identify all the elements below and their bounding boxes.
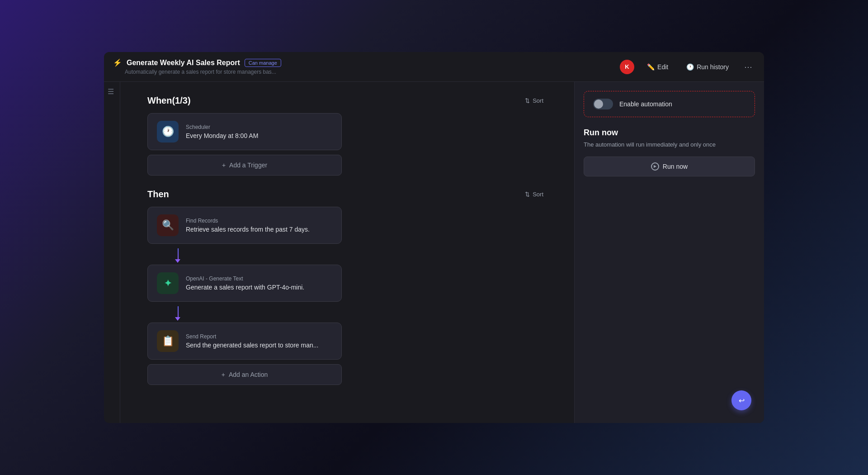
add-action-button[interactable]: + Add an Action	[147, 364, 342, 385]
edit-icon: ✏️	[647, 63, 655, 71]
when-sort-button[interactable]: ⇅ Sort	[521, 95, 547, 106]
connector-line-2	[178, 306, 179, 317]
find-records-content: Find Records Retrieve sales records from…	[186, 218, 332, 233]
find-records-label: Find Records	[186, 218, 332, 224]
send-report-content: Send Report Send the generated sales rep…	[186, 333, 332, 349]
header-right: K ✏️ Edit 🕐 Run history ⋯	[620, 59, 755, 75]
history-icon: 🕐	[686, 63, 694, 71]
scheduler-label: Scheduler	[186, 124, 332, 130]
send-report-description: Send the generated sales report to store…	[186, 342, 332, 349]
more-options-button[interactable]: ⋯	[741, 59, 755, 75]
edit-button[interactable]: ✏️ Edit	[642, 61, 674, 73]
openai-label: OpenAI - Generate Text	[186, 276, 332, 282]
find-records-icon-symbol: 🔍	[162, 219, 174, 231]
then-section-header: Then ⇅ Sort	[147, 189, 547, 200]
then-sort-label: Sort	[533, 191, 543, 198]
app-window: ⚡ Generate Weekly AI Sales Report Can ma…	[104, 52, 764, 423]
right-panel: Enable automation Run now The automation…	[574, 82, 764, 423]
toggle-knob	[594, 100, 603, 109]
floating-arrow-icon: ↩	[739, 396, 745, 405]
add-trigger-button[interactable]: + Add a Trigger	[147, 155, 342, 176]
enable-automation-toggle[interactable]	[593, 99, 613, 109]
app-subtitle: Automatically generate a sales report fo…	[125, 69, 281, 75]
send-report-card[interactable]: 📋 Send Report Send the generated sales r…	[147, 323, 342, 360]
openai-description: Generate a sales report with GPT-4o-mini…	[186, 284, 332, 291]
scheduler-icon: 🕐	[157, 121, 179, 142]
scheduler-description: Every Monday at 8:00 AM	[186, 132, 332, 139]
canvas-area: When(1/3) ⇅ Sort 🕐 Scheduler Every Monda…	[120, 82, 574, 423]
sort-icon: ⇅	[525, 97, 530, 104]
connector-line-1	[178, 248, 179, 259]
sidebar-toggle: ☰	[104, 82, 120, 423]
run-now-description: The automation will run immediately and …	[584, 140, 755, 149]
add-action-plus-icon: +	[222, 371, 225, 378]
scheduler-card-content: Scheduler Every Monday at 8:00 AM	[186, 124, 332, 139]
main-layout: ☰ When(1/3) ⇅ Sort 🕐	[104, 82, 764, 423]
run-now-section: Run now The automation will run immediat…	[584, 128, 755, 176]
when-section: When(1/3) ⇅ Sort 🕐 Scheduler Every Monda…	[147, 95, 547, 176]
add-trigger-label: Add a Trigger	[229, 162, 267, 169]
send-report-label: Send Report	[186, 333, 332, 340]
find-records-icon: 🔍	[157, 214, 179, 236]
sidebar-menu-icon[interactable]: ☰	[108, 87, 116, 96]
openai-icon-symbol: ✦	[164, 278, 172, 289]
enable-automation-card[interactable]: Enable automation	[584, 91, 755, 117]
run-now-title: Run now	[584, 128, 755, 138]
connector-arrow-1	[175, 259, 180, 263]
bolt-icon: ⚡	[113, 58, 122, 67]
then-section-title: Then	[147, 189, 169, 200]
then-sort-button[interactable]: ⇅ Sort	[521, 189, 547, 200]
header: ⚡ Generate Weekly AI Sales Report Can ma…	[104, 52, 764, 82]
send-report-icon: 📋	[157, 330, 179, 352]
avatar[interactable]: K	[620, 60, 634, 74]
floating-action-button[interactable]: ↩	[731, 390, 751, 410]
run-history-label: Run history	[697, 63, 729, 71]
when-section-title: When(1/3)	[147, 95, 191, 106]
run-history-button[interactable]: 🕐 Run history	[681, 61, 734, 73]
more-icon: ⋯	[744, 62, 752, 71]
run-now-button[interactable]: ▶ Run now	[584, 157, 755, 176]
connector-arrow-2	[175, 317, 180, 321]
then-section: Then ⇅ Sort 🔍 Find Records Retrieve sale…	[147, 189, 547, 385]
find-records-card[interactable]: 🔍 Find Records Retrieve sales records fr…	[147, 207, 342, 244]
openai-icon: ✦	[157, 272, 179, 294]
can-manage-badge: Can manage	[245, 59, 281, 67]
app-title: Generate Weekly AI Sales Report	[127, 59, 240, 67]
edit-label: Edit	[657, 63, 668, 71]
add-action-label: Add an Action	[229, 371, 268, 378]
openai-card[interactable]: ✦ OpenAI - Generate Text Generate a sale…	[147, 265, 342, 302]
find-records-description: Retrieve sales records from the past 7 d…	[186, 226, 332, 233]
run-now-button-label: Run now	[663, 163, 688, 170]
enable-automation-label: Enable automation	[619, 100, 672, 108]
scheduler-icon-symbol: 🕐	[162, 126, 174, 138]
scheduler-card[interactable]: 🕐 Scheduler Every Monday at 8:00 AM	[147, 113, 342, 150]
send-report-icon-symbol: 📋	[162, 335, 174, 347]
then-sort-icon: ⇅	[525, 191, 530, 198]
connector-1	[147, 248, 547, 263]
when-sort-label: Sort	[533, 97, 543, 104]
header-title-row: ⚡ Generate Weekly AI Sales Report Can ma…	[113, 58, 281, 67]
connector-2	[147, 306, 547, 321]
add-trigger-plus-icon: +	[222, 162, 226, 169]
openai-card-content: OpenAI - Generate Text Generate a sales …	[186, 276, 332, 291]
header-left: ⚡ Generate Weekly AI Sales Report Can ma…	[113, 58, 281, 75]
play-icon: ▶	[651, 162, 659, 171]
when-section-header: When(1/3) ⇅ Sort	[147, 95, 547, 106]
